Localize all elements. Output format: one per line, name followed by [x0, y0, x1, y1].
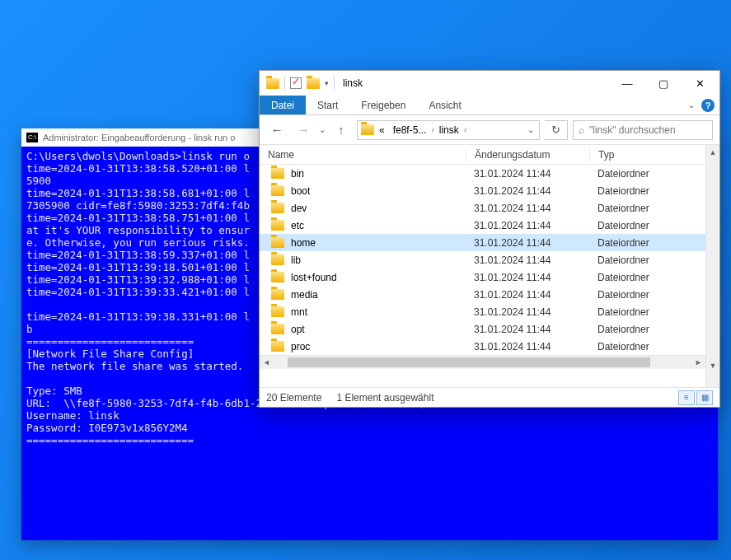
breadcrumb-prefix: «: [376, 124, 388, 136]
col-name[interactable]: Name: [260, 149, 466, 161]
folder-icon: [271, 324, 284, 334]
breadcrumb-seg1[interactable]: fe8f-5...: [390, 124, 430, 136]
search-box[interactable]: ⌕ "linsk" durchsuchen: [573, 120, 713, 140]
breadcrumb-seg2[interactable]: linsk: [436, 124, 462, 136]
status-bar: 20 Elemente 1 Element ausgewählt ≡ ▦: [260, 387, 719, 407]
file-name: lib: [291, 254, 301, 266]
status-count: 20 Elemente: [266, 392, 321, 404]
address-bar[interactable]: « fe8f-5... › linsk › ⌄: [357, 120, 540, 140]
col-type[interactable]: Typ: [589, 149, 705, 161]
column-headers[interactable]: Name Änderungsdatum Typ: [260, 145, 705, 165]
explorer-titlebar[interactable]: ▾ linsk — ▢ ✕: [260, 71, 719, 96]
file-row[interactable]: etc31.01.2024 11:44Dateiordner: [260, 217, 705, 234]
search-placeholder: "linsk" durchsuchen: [589, 124, 676, 136]
new-folder-icon[interactable]: [307, 78, 320, 89]
file-type: Dateiordner: [589, 220, 705, 231]
folder-icon: [266, 78, 279, 89]
hscroll-thumb[interactable]: [288, 357, 650, 367]
view-details-button[interactable]: ≡: [678, 390, 695, 405]
properties-icon[interactable]: [290, 77, 302, 89]
close-button[interactable]: ✕: [682, 72, 718, 95]
folder-icon: [271, 185, 284, 196]
file-list-area: Name Änderungsdatum Typ bin31.01.2024 11…: [260, 145, 719, 387]
search-icon: ⌕: [579, 124, 584, 136]
file-date: 31.01.2024 11:44: [466, 289, 589, 301]
window-controls: — ▢ ✕: [609, 72, 718, 95]
ribbon-tabs: Datei Start Freigeben Ansicht ⌄ ?: [260, 96, 719, 115]
minimize-button[interactable]: —: [609, 72, 645, 95]
quick-access-toolbar: ▾: [266, 76, 335, 91]
up-button[interactable]: ↑: [330, 119, 352, 141]
folder-icon: [271, 254, 284, 265]
scroll-down-icon[interactable]: ▼: [706, 358, 719, 372]
file-date: 31.01.2024 11:44: [466, 185, 589, 197]
file-name: lost+found: [291, 272, 337, 283]
file-date: 31.01.2024 11:44: [466, 237, 589, 249]
file-row[interactable]: media31.01.2024 11:44Dateiordner: [260, 286, 705, 303]
explorer-window[interactable]: ▾ linsk — ▢ ✕ Datei Start Freigeben Ansi…: [259, 70, 720, 408]
tab-share[interactable]: Freigeben: [349, 96, 417, 114]
help-button[interactable]: ?: [701, 99, 715, 112]
file-row[interactable]: dev31.01.2024 11:44Dateiordner: [260, 199, 705, 217]
file-row[interactable]: home31.01.2024 11:44Dateiordner: [260, 234, 705, 251]
file-date: 31.01.2024 11:44: [466, 324, 589, 335]
breadcrumb-separator: ›: [464, 125, 466, 134]
col-date[interactable]: Änderungsdatum: [466, 149, 589, 161]
forward-button[interactable]: →: [293, 119, 314, 141]
file-name: bin: [291, 168, 304, 180]
folder-icon: [271, 289, 284, 300]
file-name: proc: [291, 341, 310, 352]
folder-icon: [271, 203, 284, 213]
horizontal-scrollbar[interactable]: ◄ ►: [260, 355, 705, 369]
view-switcher: ≡ ▦: [678, 390, 713, 405]
file-row[interactable]: opt31.01.2024 11:44Dateiordner: [260, 320, 705, 338]
file-type: Dateiordner: [589, 341, 705, 352]
scroll-up-icon[interactable]: ▲: [706, 145, 719, 159]
status-selected: 1 Element ausgewählt: [336, 392, 433, 404]
maximize-button[interactable]: ▢: [645, 72, 682, 95]
refresh-button[interactable]: ↻: [545, 120, 568, 140]
file-row[interactable]: lost+found31.01.2024 11:44Dateiordner: [260, 268, 705, 286]
tab-file[interactable]: Datei: [260, 96, 306, 114]
scroll-right-icon[interactable]: ►: [691, 358, 705, 366]
folder-icon: [271, 220, 284, 231]
qat-customize-icon[interactable]: ▾: [325, 79, 329, 87]
file-row[interactable]: lib31.01.2024 11:44Dateiordner: [260, 251, 705, 268]
folder-icon: [271, 306, 284, 317]
file-type: Dateiordner: [589, 272, 705, 283]
file-date: 31.01.2024 11:44: [466, 168, 589, 180]
file-date: 31.01.2024 11:44: [466, 341, 589, 352]
address-folder-icon: [361, 124, 374, 135]
file-date: 31.01.2024 11:44: [466, 203, 589, 214]
tab-start[interactable]: Start: [306, 96, 349, 114]
window-title: linsk: [343, 77, 363, 89]
file-name: home: [291, 237, 316, 249]
recent-locations-icon[interactable]: ⌄: [319, 125, 326, 134]
file-row[interactable]: mnt31.01.2024 11:44Dateiordner: [260, 303, 705, 320]
vertical-scrollbar[interactable]: ▲ ▼: [705, 145, 719, 387]
qat-separator: [284, 76, 285, 91]
file-type: Dateiordner: [589, 306, 705, 318]
file-row[interactable]: boot31.01.2024 11:44Dateiordner: [260, 182, 705, 199]
file-date: 31.01.2024 11:44: [466, 254, 589, 266]
file-date: 31.01.2024 11:44: [466, 272, 589, 283]
file-name: media: [291, 289, 318, 301]
cmd-title: Administrator: Eingabeaufforderung - lin…: [43, 133, 235, 142]
file-list[interactable]: Name Änderungsdatum Typ bin31.01.2024 11…: [260, 145, 705, 387]
file-type: Dateiordner: [589, 185, 705, 197]
file-type: Dateiordner: [589, 289, 705, 301]
file-date: 31.01.2024 11:44: [466, 220, 589, 231]
file-row[interactable]: bin31.01.2024 11:44Dateiordner: [260, 165, 705, 182]
file-type: Dateiordner: [589, 168, 705, 180]
ribbon-expand-icon[interactable]: ⌄: [688, 100, 695, 110]
qat-separator: [334, 76, 335, 91]
scroll-left-icon[interactable]: ◄: [260, 358, 274, 366]
view-icons-button[interactable]: ▦: [696, 390, 713, 405]
file-type: Dateiordner: [589, 203, 705, 214]
back-button[interactable]: ←: [266, 119, 288, 141]
tab-view[interactable]: Ansicht: [417, 96, 472, 114]
file-type: Dateiordner: [589, 254, 705, 266]
address-dropdown-icon[interactable]: ⌄: [522, 125, 539, 134]
file-row[interactable]: proc31.01.2024 11:44Dateiordner: [260, 338, 705, 355]
file-name: dev: [291, 203, 307, 214]
